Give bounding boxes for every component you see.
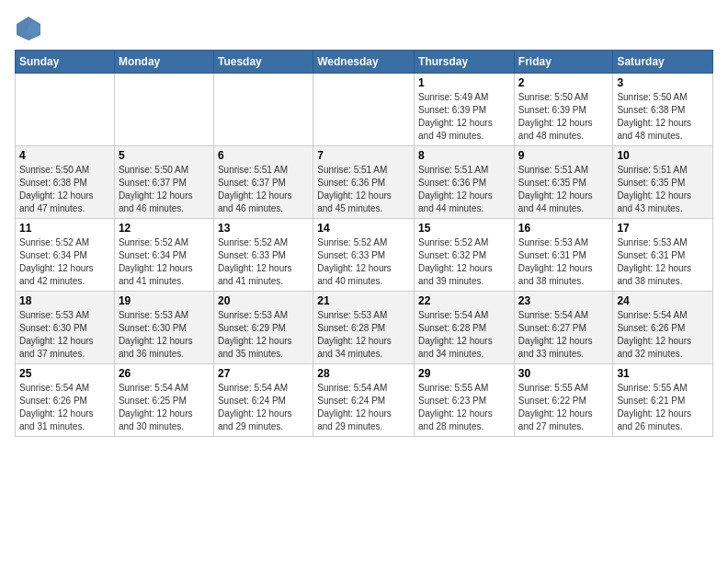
day-number: 7 xyxy=(317,149,410,162)
day-info: Sunrise: 5:53 AM Sunset: 6:29 PM Dayligh… xyxy=(218,309,309,361)
day-number: 13 xyxy=(218,222,309,235)
day-info: Sunrise: 5:52 AM Sunset: 6:33 PM Dayligh… xyxy=(218,236,309,288)
column-header-friday: Friday xyxy=(514,51,613,74)
day-number: 16 xyxy=(518,222,609,235)
calendar-cell: 14Sunrise: 5:52 AM Sunset: 6:33 PM Dayli… xyxy=(313,219,415,292)
day-number: 27 xyxy=(218,367,309,380)
day-info: Sunrise: 5:51 AM Sunset: 6:36 PM Dayligh… xyxy=(418,164,510,215)
day-number: 18 xyxy=(19,294,110,307)
day-info: Sunrise: 5:54 AM Sunset: 6:24 PM Dayligh… xyxy=(218,382,309,433)
day-info: Sunrise: 5:51 AM Sunset: 6:37 PM Dayligh… xyxy=(218,164,309,215)
day-number: 9 xyxy=(518,149,609,162)
day-info: Sunrise: 5:50 AM Sunset: 6:38 PM Dayligh… xyxy=(617,91,709,143)
week-row-5: 25Sunrise: 5:54 AM Sunset: 6:26 PM Dayli… xyxy=(16,364,713,437)
day-info: Sunrise: 5:52 AM Sunset: 6:33 PM Dayligh… xyxy=(317,236,410,288)
calendar-cell: 23Sunrise: 5:54 AM Sunset: 6:27 PM Dayli… xyxy=(514,292,613,364)
calendar-cell: 12Sunrise: 5:52 AM Sunset: 6:34 PM Dayli… xyxy=(114,219,213,292)
calendar-cell: 8Sunrise: 5:51 AM Sunset: 6:36 PM Daylig… xyxy=(415,146,515,219)
day-number: 15 xyxy=(418,222,510,235)
calendar-cell: 9Sunrise: 5:51 AM Sunset: 6:35 PM Daylig… xyxy=(514,146,613,219)
calendar-cell: 18Sunrise: 5:53 AM Sunset: 6:30 PM Dayli… xyxy=(16,292,115,364)
calendar-cell: 13Sunrise: 5:52 AM Sunset: 6:33 PM Dayli… xyxy=(213,219,313,292)
day-info: Sunrise: 5:51 AM Sunset: 6:35 PM Dayligh… xyxy=(617,164,709,215)
day-info: Sunrise: 5:55 AM Sunset: 6:21 PM Dayligh… xyxy=(617,382,709,433)
day-info: Sunrise: 5:55 AM Sunset: 6:23 PM Dayligh… xyxy=(418,382,510,433)
day-number: 12 xyxy=(119,222,210,235)
day-info: Sunrise: 5:55 AM Sunset: 6:22 PM Dayligh… xyxy=(518,382,609,433)
calendar-cell: 15Sunrise: 5:52 AM Sunset: 6:32 PM Dayli… xyxy=(415,219,515,292)
day-info: Sunrise: 5:53 AM Sunset: 6:31 PM Dayligh… xyxy=(617,236,709,288)
day-info: Sunrise: 5:52 AM Sunset: 6:32 PM Dayligh… xyxy=(418,236,510,288)
calendar-cell: 6Sunrise: 5:51 AM Sunset: 6:37 PM Daylig… xyxy=(213,146,313,219)
calendar-cell: 4Sunrise: 5:50 AM Sunset: 6:38 PM Daylig… xyxy=(16,146,115,219)
calendar-header: SundayMondayTuesdayWednesdayThursdayFrid… xyxy=(16,51,713,74)
calendar-cell xyxy=(114,74,213,146)
calendar-cell: 29Sunrise: 5:55 AM Sunset: 6:23 PM Dayli… xyxy=(415,364,515,437)
calendar-cell: 16Sunrise: 5:53 AM Sunset: 6:31 PM Dayli… xyxy=(514,219,613,292)
calendar-cell: 5Sunrise: 5:50 AM Sunset: 6:37 PM Daylig… xyxy=(114,146,213,219)
column-header-wednesday: Wednesday xyxy=(313,51,415,74)
day-number: 17 xyxy=(617,222,709,235)
day-number: 5 xyxy=(119,149,210,162)
day-number: 10 xyxy=(617,149,709,162)
calendar-body: 1Sunrise: 5:49 AM Sunset: 6:39 PM Daylig… xyxy=(16,74,713,437)
day-number: 28 xyxy=(317,367,410,380)
day-number: 4 xyxy=(19,149,110,162)
calendar-cell xyxy=(313,74,415,146)
week-row-1: 1Sunrise: 5:49 AM Sunset: 6:39 PM Daylig… xyxy=(16,74,713,146)
logo xyxy=(15,15,46,42)
calendar-cell: 21Sunrise: 5:53 AM Sunset: 6:28 PM Dayli… xyxy=(313,292,415,364)
day-number: 14 xyxy=(317,222,410,235)
calendar-cell xyxy=(213,74,313,146)
calendar-cell: 10Sunrise: 5:51 AM Sunset: 6:35 PM Dayli… xyxy=(613,146,713,219)
column-header-monday: Monday xyxy=(114,51,213,74)
day-info: Sunrise: 5:54 AM Sunset: 6:28 PM Dayligh… xyxy=(418,309,510,361)
day-number: 22 xyxy=(418,294,510,307)
day-number: 6 xyxy=(218,149,309,162)
calendar-cell: 2Sunrise: 5:50 AM Sunset: 6:39 PM Daylig… xyxy=(514,74,613,146)
day-info: Sunrise: 5:51 AM Sunset: 6:36 PM Dayligh… xyxy=(317,164,410,215)
day-info: Sunrise: 5:54 AM Sunset: 6:26 PM Dayligh… xyxy=(617,309,709,361)
logo-icon xyxy=(15,15,42,42)
day-number: 21 xyxy=(317,294,410,307)
day-info: Sunrise: 5:53 AM Sunset: 6:30 PM Dayligh… xyxy=(119,309,210,361)
day-number: 31 xyxy=(617,367,709,380)
calendar-cell xyxy=(16,74,115,146)
day-number: 8 xyxy=(418,149,510,162)
week-row-3: 11Sunrise: 5:52 AM Sunset: 6:34 PM Dayli… xyxy=(16,219,713,292)
day-info: Sunrise: 5:54 AM Sunset: 6:26 PM Dayligh… xyxy=(19,382,110,433)
day-number: 23 xyxy=(518,294,609,307)
calendar-cell: 27Sunrise: 5:54 AM Sunset: 6:24 PM Dayli… xyxy=(213,364,313,437)
header-row: SundayMondayTuesdayWednesdayThursdayFrid… xyxy=(16,51,713,74)
calendar-cell: 26Sunrise: 5:54 AM Sunset: 6:25 PM Dayli… xyxy=(114,364,213,437)
calendar-cell: 11Sunrise: 5:52 AM Sunset: 6:34 PM Dayli… xyxy=(16,219,115,292)
calendar-cell: 31Sunrise: 5:55 AM Sunset: 6:21 PM Dayli… xyxy=(613,364,713,437)
day-number: 20 xyxy=(218,294,309,307)
calendar-cell: 28Sunrise: 5:54 AM Sunset: 6:24 PM Dayli… xyxy=(313,364,415,437)
column-header-tuesday: Tuesday xyxy=(213,51,313,74)
column-header-thursday: Thursday xyxy=(415,51,515,74)
calendar-cell: 1Sunrise: 5:49 AM Sunset: 6:39 PM Daylig… xyxy=(415,74,515,146)
day-info: Sunrise: 5:51 AM Sunset: 6:35 PM Dayligh… xyxy=(518,164,609,215)
day-number: 30 xyxy=(518,367,609,380)
calendar-cell: 24Sunrise: 5:54 AM Sunset: 6:26 PM Dayli… xyxy=(613,292,713,364)
day-info: Sunrise: 5:53 AM Sunset: 6:30 PM Dayligh… xyxy=(19,309,110,361)
calendar-table: SundayMondayTuesdayWednesdayThursdayFrid… xyxy=(15,50,713,437)
day-number: 24 xyxy=(617,294,709,307)
day-info: Sunrise: 5:52 AM Sunset: 6:34 PM Dayligh… xyxy=(19,236,110,288)
day-info: Sunrise: 5:50 AM Sunset: 6:38 PM Dayligh… xyxy=(19,164,110,215)
day-info: Sunrise: 5:53 AM Sunset: 6:28 PM Dayligh… xyxy=(317,309,410,361)
page-header xyxy=(15,15,713,42)
calendar-cell: 20Sunrise: 5:53 AM Sunset: 6:29 PM Dayli… xyxy=(213,292,313,364)
column-header-sunday: Sunday xyxy=(16,51,115,74)
calendar-cell: 19Sunrise: 5:53 AM Sunset: 6:30 PM Dayli… xyxy=(114,292,213,364)
day-number: 19 xyxy=(119,294,210,307)
day-info: Sunrise: 5:54 AM Sunset: 6:24 PM Dayligh… xyxy=(317,382,410,433)
day-info: Sunrise: 5:49 AM Sunset: 6:39 PM Dayligh… xyxy=(418,91,510,143)
calendar-cell: 30Sunrise: 5:55 AM Sunset: 6:22 PM Dayli… xyxy=(514,364,613,437)
day-info: Sunrise: 5:53 AM Sunset: 6:31 PM Dayligh… xyxy=(518,236,609,288)
day-info: Sunrise: 5:54 AM Sunset: 6:25 PM Dayligh… xyxy=(119,382,210,433)
calendar-cell: 22Sunrise: 5:54 AM Sunset: 6:28 PM Dayli… xyxy=(415,292,515,364)
day-number: 29 xyxy=(418,367,510,380)
day-info: Sunrise: 5:54 AM Sunset: 6:27 PM Dayligh… xyxy=(518,309,609,361)
